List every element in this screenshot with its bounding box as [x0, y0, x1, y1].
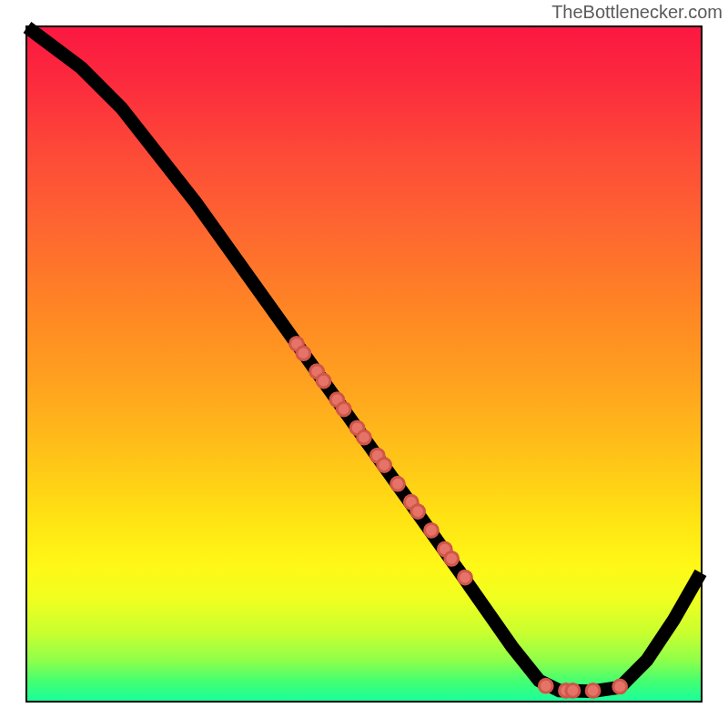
data-point — [317, 374, 330, 388]
data-point — [337, 402, 350, 416]
data-point — [358, 430, 371, 444]
data-point — [539, 679, 552, 693]
chart-svg — [27, 27, 701, 701]
data-point — [613, 680, 627, 693]
data-point — [445, 551, 459, 565]
data-point — [378, 459, 391, 472]
source-attribution: TheBottlenecker.com — [551, 2, 723, 23]
data-point — [586, 684, 600, 698]
data-point — [391, 477, 405, 490]
scatter-cluster-midslope — [290, 337, 472, 584]
data-point — [411, 505, 425, 519]
main-curve — [27, 27, 701, 692]
data-point — [566, 684, 580, 698]
data-point — [459, 571, 472, 584]
data-point — [297, 347, 310, 360]
data-point — [425, 523, 439, 537]
chart-frame — [25, 25, 703, 703]
